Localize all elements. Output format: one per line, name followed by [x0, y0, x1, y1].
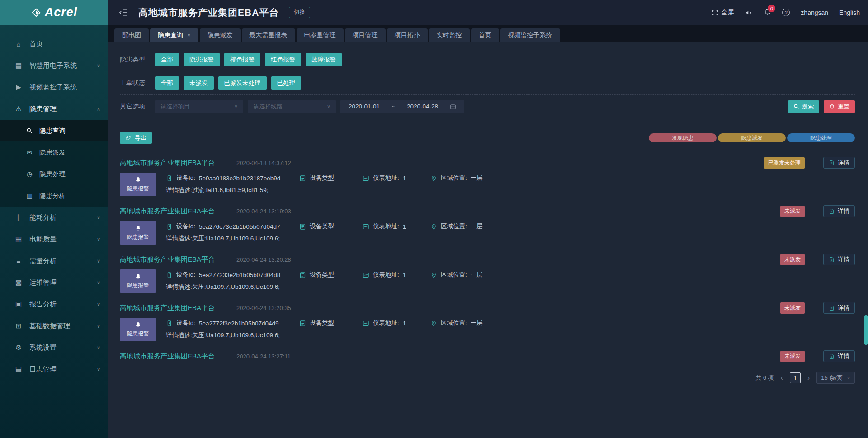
tab[interactable]: 项目管理 — [345, 28, 386, 42]
sidebar-item-log-management[interactable]: ▤ 日志管理 ∨ — [0, 358, 108, 380]
tab[interactable]: 电参量管理 — [297, 28, 344, 42]
notification-bell[interactable]: 0 — [764, 9, 771, 16]
hazard-type-option-red-alarm[interactable]: 红色报警 — [265, 53, 301, 66]
tab[interactable]: 视频监控子系统 — [500, 28, 560, 42]
sidebar-item-ops-management[interactable]: ▩ 运维管理 ∨ — [0, 272, 108, 293]
tab[interactable]: 隐患派发 — [200, 28, 241, 42]
detail-button[interactable]: 详情 — [823, 157, 855, 169]
meter-address-field: 仪表地址: 1 — [363, 271, 430, 279]
sidebar-item-icon: ⌂ — [14, 40, 24, 48]
item-title-link[interactable]: 高地城市服务产业集团EBA平台 — [120, 304, 215, 312]
alarm-type-badge: 隐患报警 — [120, 269, 156, 293]
meter-icon — [299, 272, 306, 278]
scrollbar[interactable] — [864, 315, 868, 345]
chevron-down-icon: ∨ — [97, 258, 100, 264]
username[interactable]: zhangsan — [801, 9, 828, 16]
detail-button[interactable]: 详情 — [823, 302, 855, 314]
item-detail-row: 设备Id: 5ea277233e2b1b05b07d04d8 设备类型: 仪表地… — [166, 271, 855, 279]
sidebar-item-smart-power-system[interactable]: ▤ 智慧用电子系统 ∨ — [0, 55, 108, 76]
location-pin-icon — [430, 320, 437, 327]
location-pin-icon — [430, 223, 437, 230]
order-status-label: 工单状态: — [120, 79, 155, 87]
sidebar-subitem-analysis[interactable]: ▥ 隐患分析 — [0, 185, 108, 207]
sidebar-item-report-analysis[interactable]: ▣ 报告分析 ∨ — [0, 293, 108, 315]
sidebar-item-base-data-management[interactable]: ⊞ 基础数据管理 ∨ — [0, 315, 108, 337]
help-icon[interactable]: ? — [782, 9, 790, 16]
sidebar-item-power-quality[interactable]: ▦ 电能质量 ∨ — [0, 228, 108, 250]
search-button[interactable]: 搜索 — [788, 100, 819, 113]
location-pin-icon — [430, 272, 437, 278]
order-status-option-undispatched[interactable]: 未派发 — [184, 76, 214, 90]
device-type-field: 设备类型: — [299, 174, 363, 182]
sidebar-item-hazard-management[interactable]: ⚠ 隐患管理 ∨ — [0, 98, 108, 120]
item-title-link[interactable]: 高地城市服务产业集团EBA平台 — [120, 352, 215, 361]
content-panel: 隐患类型: 全部 隐患报警 橙色报警 红色报警 故障报警 工单状态: 全部 未派… — [108, 42, 868, 438]
sidebar: Acrel ⌂ 首页 ▤ 智慧用电子系统 ∨ ▶ 视频监控子系统 ⚠ 隐患管理 … — [0, 0, 108, 438]
tab[interactable]: 隐患查询 × — [150, 28, 198, 42]
sidebar-subitem-icon: ✉ — [25, 149, 33, 156]
line-select[interactable]: 请选择线路 ∨ — [248, 100, 336, 113]
end-date: 2020-04-28 — [407, 103, 438, 110]
hazard-type-option-hazard-alarm[interactable]: 隐患报警 — [184, 53, 220, 66]
other-options-label: 其它选项: — [120, 103, 155, 111]
location-label: 区域位置: — [441, 319, 467, 327]
paperclip-icon — [125, 135, 132, 141]
calendar-icon — [450, 104, 456, 110]
date-range-picker[interactable]: 2020-01-01 ~ 2020-04-28 — [340, 100, 464, 113]
order-status-option-all[interactable]: 全部 — [155, 76, 179, 90]
fullscreen-icon — [712, 9, 719, 16]
sidebar-item-icon: ▤ — [14, 365, 24, 373]
chevron-down-icon: ∨ — [97, 323, 100, 329]
sidebar-subitem-search[interactable]: 隐患查询 — [0, 120, 108, 141]
reset-button[interactable]: 重置 — [824, 100, 855, 113]
mute-icon[interactable] — [745, 9, 753, 17]
hazard-type-option-orange-alarm[interactable]: 橙色报警 — [224, 53, 260, 66]
close-icon[interactable]: × — [187, 32, 191, 38]
order-status-option-dispatched-unprocessed[interactable]: 已派发未处理 — [218, 76, 267, 90]
language-switcher[interactable]: English — [839, 9, 860, 16]
list-item-body: 隐患报警 设备Id: 5ea2772f3e2b1b05b07d04d9 设备类型… — [120, 318, 855, 341]
current-page[interactable]: 1 — [790, 372, 801, 383]
next-page-button[interactable]: › — [807, 374, 810, 382]
sidebar-item-label: 报告分析 — [29, 300, 97, 309]
detail-button[interactable]: 详情 — [823, 254, 855, 265]
tab[interactable]: 最大需量报表 — [242, 28, 295, 42]
sidebar-subitem-dispatch[interactable]: ✉ 隐患派发 — [0, 141, 108, 163]
chevron-down-icon: ∨ — [97, 280, 100, 286]
location-field: 区域位置: 一层 — [430, 271, 483, 279]
order-status-option-processed[interactable]: 已处理 — [271, 76, 302, 90]
item-title-link[interactable]: 高地城市服务产业集团EBA平台 — [120, 255, 215, 264]
detail-button[interactable]: 详情 — [823, 205, 855, 217]
chevron-down-icon: ∨ — [97, 367, 100, 372]
tab[interactable]: 配电图 — [114, 28, 149, 42]
sidebar-item-video-monitor-system[interactable]: ▶ 视频监控子系统 — [0, 76, 108, 98]
item-title-link[interactable]: 高地城市服务产业集团EBA平台 — [120, 159, 215, 167]
prev-page-button[interactable]: ‹ — [781, 374, 783, 382]
collapse-sidebar-icon[interactable] — [119, 8, 128, 17]
tab[interactable]: 实时监控 — [429, 28, 470, 42]
item-title-link[interactable]: 高地城市服务产业集团EBA平台 — [120, 207, 215, 216]
item-detail: 设备Id: 5ea276c73e2b1b05b07d04d7 设备类型: 仪表地… — [166, 221, 855, 245]
fullscreen-button[interactable]: 全屏 — [712, 9, 734, 17]
detail-button[interactable]: 详情 — [823, 350, 855, 362]
sidebar-item-energy-analysis[interactable]: ∥ 能耗分析 ∨ — [0, 207, 108, 228]
export-button[interactable]: 导出 — [120, 132, 152, 144]
list-item-body: 隐患报警 设备Id: 5ea277233e2b1b05b07d04d8 设备类型… — [120, 269, 855, 293]
item-detail-row: 设备Id: 5ea2772f3e2b1b05b07d04d9 设备类型: 仪表地… — [166, 319, 855, 327]
tab[interactable]: 项目拓扑 — [387, 28, 428, 42]
sidebar-item-home[interactable]: ⌂ 首页 — [0, 33, 108, 55]
sidebar-item-system-settings[interactable]: ⚙ 系统设置 ∨ — [0, 337, 108, 358]
project-select[interactable]: 请选择项目 ∨ — [155, 100, 243, 113]
hazard-type-option-all[interactable]: 全部 — [155, 53, 179, 66]
device-id-field: 设备Id: 5ea277233e2b1b05b07d04d8 — [166, 271, 299, 279]
page-size-select[interactable]: 15 条/页 ∨ — [816, 372, 855, 384]
tab[interactable]: 首页 — [471, 28, 499, 42]
hazard-type-option-fault-alarm[interactable]: 故障报警 — [306, 53, 342, 66]
sidebar-item-icon: ⚠ — [14, 105, 24, 113]
item-timestamp: 2020-04-24 13:20:35 — [236, 305, 291, 311]
switch-button[interactable]: 切换 — [289, 7, 310, 18]
sidebar-item-demand-analysis[interactable]: ≡ 需量分析 ∨ — [0, 250, 108, 272]
sidebar-subitem-process[interactable]: ◷ 隐患处理 — [0, 163, 108, 185]
item-description: 详情描述:过流:Ia81.6,Ib81.59,Ic81.59; — [166, 186, 855, 194]
item-timestamp: 2020-04-18 14:37:12 — [236, 160, 291, 166]
